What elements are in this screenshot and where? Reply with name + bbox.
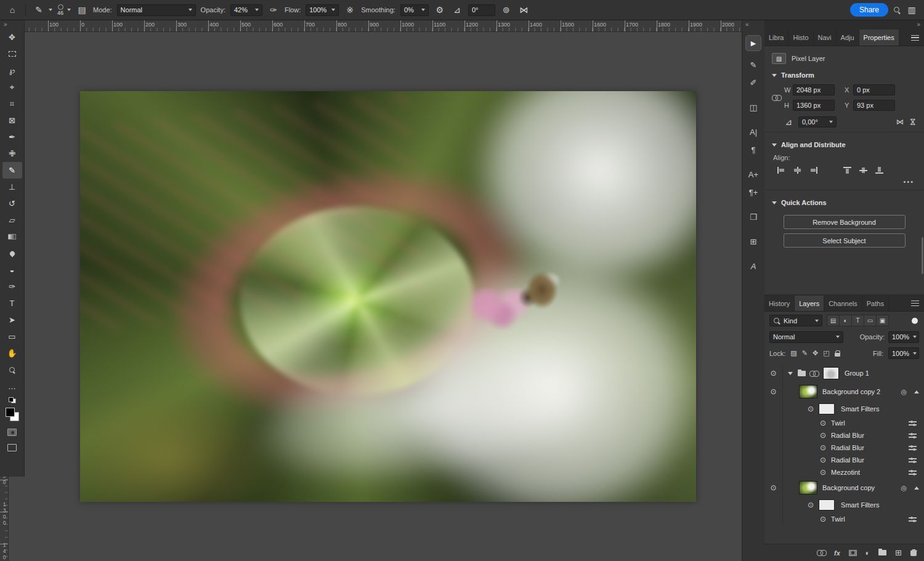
panel-menu-button[interactable] (906, 30, 924, 46)
align-bottom-icon[interactable] (875, 166, 884, 174)
brush-angle-field[interactable]: 0° (468, 4, 495, 16)
shape-tool[interactable]: ▭ (2, 328, 22, 345)
tool-preset-picker[interactable]: ✎ (33, 6, 52, 14)
layer-style-fx-icon[interactable]: fx (834, 549, 840, 557)
pressure-size-icon[interactable]: ⊚ (500, 6, 513, 14)
dodge-tool[interactable]: ◒ (2, 262, 22, 278)
width-field[interactable]: 2048 px (793, 84, 835, 95)
history-brush-tool[interactable]: ↺ (2, 195, 22, 212)
delete-layer-icon[interactable] (910, 549, 917, 556)
link-layers-icon[interactable] (817, 550, 825, 555)
smart-filter-badge-icon[interactable]: ◎ (901, 388, 907, 396)
smart-filter-badge-icon[interactable]: ◎ (901, 484, 907, 492)
fill-select[interactable]: 100% (888, 347, 919, 359)
layer-name[interactable]: Group 1 (845, 369, 869, 377)
filter-mask-thumbnail[interactable] (819, 403, 835, 414)
smart-filters-row[interactable]: ⊙ Smart Filters (764, 497, 924, 513)
eye-icon[interactable]: ⊙ (820, 469, 826, 476)
character-panel-icon[interactable]: A| (745, 124, 762, 140)
flip-vertical-icon[interactable]: ⋈ (909, 118, 917, 126)
eyedropper-tool[interactable]: ✒ (2, 129, 22, 145)
tab-channels[interactable]: Channels (824, 296, 862, 311)
pressure-opacity-icon[interactable]: ✑ (267, 6, 280, 14)
strip-collapse-icon[interactable]: « (742, 20, 749, 29)
search-icon[interactable] (893, 6, 901, 14)
layer-opacity-select[interactable]: 100% (888, 331, 919, 343)
layer-thumbnail[interactable] (799, 481, 817, 494)
opacity-select[interactable]: 42% (230, 4, 262, 16)
y-field[interactable]: 93 px (853, 100, 895, 111)
object-selection-tool[interactable]: ⌖ (2, 79, 22, 95)
filter-kind-select[interactable]: Kind (769, 315, 822, 326)
filter-blending-options-icon[interactable] (909, 469, 917, 476)
move-tool[interactable]: ✥ (2, 29, 22, 46)
filter-shape-layers-icon[interactable]: ▭ (864, 315, 877, 326)
properties-scrollbar[interactable] (922, 237, 923, 274)
smart-filters-label[interactable]: Smart Filters (841, 501, 879, 509)
3d-panel-icon[interactable]: ❒ (745, 209, 762, 225)
filter-type-layers-icon[interactable]: T (851, 315, 864, 326)
select-subject-button[interactable]: Select Subject (784, 233, 906, 248)
collapse-filters-icon[interactable] (914, 486, 919, 490)
layer-blend-mode-select[interactable]: Normal (769, 331, 843, 343)
quick-mask-toggle[interactable] (7, 429, 17, 436)
flow-select[interactable]: 100% (306, 4, 339, 16)
lasso-tool[interactable]: ℘ (2, 62, 22, 79)
workspace-switcher-icon[interactable]: ▥ (906, 6, 918, 14)
frame-tool[interactable]: ⊠ (2, 112, 22, 129)
filter-mask-thumbnail[interactable] (819, 499, 835, 511)
blend-mode-select[interactable]: Normal (117, 4, 196, 16)
canvas-image[interactable] (80, 91, 696, 502)
panel-menu-button[interactable] (906, 296, 924, 311)
filter-name[interactable]: Twirl (831, 515, 845, 523)
layer-row-background-copy-2[interactable]: ⊙ Background copy 2 ◎ (764, 382, 924, 401)
collapse-filters-icon[interactable] (914, 390, 919, 394)
layer-name[interactable]: Background copy 2 (822, 388, 880, 395)
clone-source-panel-icon[interactable]: ◫ (745, 99, 762, 115)
filter-pixel-layers-icon[interactable]: ▤ (827, 315, 840, 326)
filter-blending-options-icon[interactable] (909, 420, 917, 427)
marquee-tool[interactable] (2, 46, 22, 62)
filter-row-twirl[interactable]: ⊙ Twirl (764, 417, 924, 429)
align-more-options[interactable]: ••• (772, 178, 914, 185)
constrain-ratio-link[interactable] (772, 95, 784, 100)
align-center-vertical-icon[interactable] (859, 166, 868, 174)
align-section-header[interactable]: Align and Distribute (772, 137, 917, 153)
filter-row-radial-blur[interactable]: ⊙ Radial Blur (764, 454, 924, 466)
type-tool[interactable]: T (2, 295, 22, 312)
layer-row-group-1[interactable]: ⊙ Group 1 (764, 364, 924, 382)
eye-icon[interactable]: ⊙ (820, 456, 826, 464)
smart-filters-label[interactable]: Smart Filters (841, 405, 879, 413)
glyphs-panel-icon[interactable]: ⊞ (745, 233, 762, 249)
tab-adjustments[interactable]: Adju (837, 30, 859, 46)
eye-icon[interactable]: ⊙ (820, 444, 826, 451)
filter-row-mezzotint[interactable]: ⊙ Mezzotint (764, 466, 924, 478)
zoom-tool[interactable] (2, 361, 22, 378)
lock-transparency-icon[interactable]: ▨ (790, 350, 796, 357)
lock-artboard-icon[interactable]: ◰ (823, 350, 829, 357)
eye-icon[interactable]: ⊙ (820, 515, 826, 523)
timeline-panel-icon[interactable]: A (745, 258, 762, 274)
filter-blending-options-icon[interactable] (909, 445, 917, 451)
tab-navigator[interactable]: Navi (814, 30, 837, 46)
layer-name[interactable]: Background copy (822, 484, 875, 491)
brush-tool[interactable]: ✎ (2, 162, 22, 179)
filter-adjustment-layers-icon[interactable]: ◐ (839, 315, 852, 326)
tab-properties[interactable]: Properties (859, 30, 899, 46)
smart-filters-row[interactable]: ⊙ Smart Filters (764, 401, 924, 417)
eye-icon[interactable]: ⊙ (808, 405, 814, 413)
filter-name[interactable]: Twirl (831, 419, 845, 427)
visibility-toggle[interactable]: ⊙ (764, 382, 783, 401)
brush-settings-toggle-icon[interactable]: ▤ (76, 6, 88, 14)
filter-row-twirl[interactable]: ⊙ Twirl (764, 513, 924, 525)
group-collapse-icon[interactable] (788, 372, 793, 375)
filter-row-radial-blur[interactable]: ⊙ Radial Blur (764, 429, 924, 442)
x-field[interactable]: 0 px (853, 84, 895, 95)
rotation-field[interactable]: 0,00° (798, 116, 837, 127)
filter-smart-objects-icon[interactable]: ▣ (876, 315, 889, 326)
smoothing-options-gear-icon[interactable]: ⚙ (434, 6, 446, 14)
paint-symmetry-icon[interactable]: ⋈ (517, 6, 530, 14)
filter-name[interactable]: Radial Blur (831, 444, 864, 451)
eraser-tool[interactable]: ▱ (2, 212, 22, 228)
foreground-background-swatches[interactable] (5, 407, 20, 422)
